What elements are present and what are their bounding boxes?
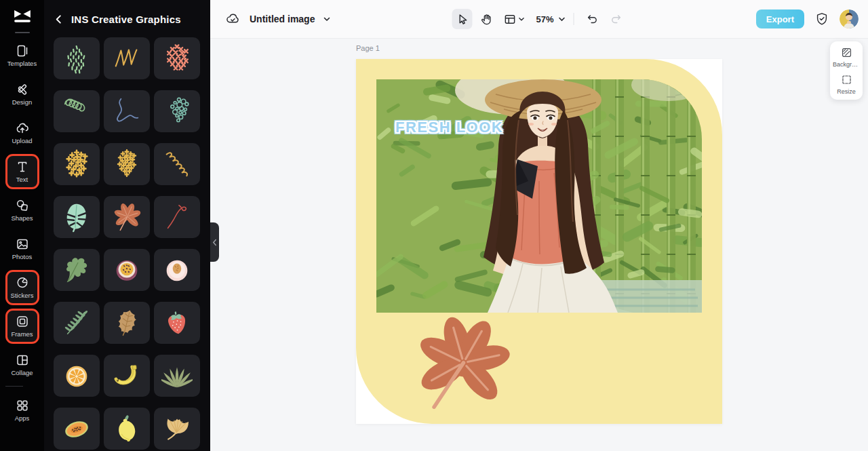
sticker-gold-sparkles[interactable] [54, 143, 100, 185]
sticker-peach-half[interactable] [154, 249, 200, 291]
templates-icon [16, 44, 29, 58]
sidebar-item-label: Text [16, 176, 28, 183]
frames-icon [16, 315, 29, 328]
sticker-yellow-zigzag[interactable] [104, 37, 150, 79]
sticker-teal-circles[interactable] [154, 90, 200, 132]
topbar-left: Untitled image [225, 0, 330, 38]
pointer-icon [456, 13, 469, 26]
sticker-gold-sparkles-dense[interactable] [104, 143, 150, 185]
sidebar-item-apps[interactable]: Apps [5, 393, 39, 428]
hand-tool-button[interactable] [475, 9, 496, 29]
mint-monstera-icon [61, 201, 92, 233]
sidebar-item-photos[interactable]: Photos [5, 231, 39, 267]
export-button[interactable]: Export [756, 9, 804, 28]
sticker-sage-fan[interactable] [154, 355, 200, 397]
sticker-gold-wave[interactable] [154, 143, 200, 185]
toolbar-divider [574, 13, 574, 25]
sidebar-item-text[interactable]: Text [5, 154, 39, 189]
sidebar-item-frames[interactable]: Frames [5, 309, 39, 344]
sticker-lemon[interactable] [104, 408, 150, 450]
green-dashes-icon [61, 43, 92, 74]
sticker-green-dashes[interactable] [54, 37, 100, 79]
sidebar-item-stickers[interactable]: Stickers [5, 270, 39, 305]
background-button[interactable]: Background [830, 47, 863, 68]
passion-fruit-icon [111, 254, 142, 286]
sticker-red-curl[interactable] [154, 196, 200, 238]
apps-icon [16, 399, 29, 412]
shapes-icon [16, 199, 29, 212]
user-avatar[interactable] [840, 9, 859, 28]
panel-collapse-handle[interactable] [210, 222, 219, 262]
gold-sparkles-dense-icon [111, 149, 142, 180]
canvas-quick-actions: Background Resize [830, 41, 863, 100]
avatar-image [840, 9, 859, 28]
sticker-brown-oak-leaf[interactable] [104, 302, 150, 344]
sticker-green-wavy-leaf[interactable] [54, 249, 100, 291]
editor-main: Untitled image 57% [210, 0, 868, 451]
sticker-mint-monstera[interactable] [54, 196, 100, 238]
topbar-tools: 57% [452, 0, 626, 38]
background-icon [841, 47, 852, 58]
sticker-coral-crosses[interactable] [154, 37, 200, 79]
shield-check-icon[interactable] [814, 12, 829, 26]
background-label: Background [833, 61, 860, 68]
zoom-level[interactable]: 57% [536, 14, 553, 24]
sidebar-logo-divider [15, 32, 30, 33]
sidebar-item-label: Apps [15, 414, 30, 422]
sticker-orange-slice[interactable] [54, 355, 100, 397]
sidebar-item-label: Frames [11, 330, 33, 338]
panel-title: INS Creative Graphics [71, 14, 181, 25]
collage-icon [16, 353, 29, 367]
sticker-passion-fruit[interactable] [104, 249, 150, 291]
undo-button[interactable] [583, 9, 603, 29]
resize-label: Resize [837, 88, 856, 95]
sidebar-item-label: Shapes [11, 214, 33, 222]
sticker-papaya[interactable] [54, 408, 100, 450]
stickers-panel: INS Creative Graphics [44, 0, 210, 451]
sidebar-item-templates[interactable]: Templates [5, 38, 39, 73]
sidebar-item-label: Stickers [11, 292, 34, 299]
design-canvas[interactable]: FRESH LOOK [356, 59, 722, 424]
ginkgo-leaf-icon [161, 413, 193, 444]
topbar-right: Export [756, 0, 859, 38]
upload-icon [16, 121, 29, 135]
sticker-blue-squiggle[interactable] [104, 90, 150, 132]
sidebar-item-collage[interactable]: Collage [5, 347, 39, 383]
yellow-background-shape[interactable]: FRESH LOOK [356, 59, 722, 424]
back-icon[interactable] [54, 14, 64, 24]
design-icon [16, 83, 29, 96]
sage-fan-icon [161, 360, 193, 391]
sidebar-item-design[interactable]: Design [5, 77, 39, 112]
capcut-logo[interactable] [12, 7, 33, 27]
stickers-icon [16, 276, 29, 290]
girl-illustration [376, 79, 702, 313]
photo-overlay-text[interactable]: FRESH LOOK [395, 119, 503, 136]
resize-icon [841, 74, 852, 85]
resize-button[interactable]: Resize [830, 74, 863, 95]
photos-icon [16, 237, 29, 251]
sticker-banana[interactable] [104, 355, 150, 397]
sticker-green-spiral[interactable] [54, 90, 100, 132]
pointer-tool-button[interactable] [452, 9, 472, 29]
chevron-down-icon[interactable] [323, 17, 330, 22]
sidebar-item-upload[interactable]: Upload [5, 115, 39, 151]
orange-slice-icon [61, 360, 92, 391]
panel-header: INS Creative Graphics [44, 0, 210, 33]
sidebar-item-label: Photos [12, 253, 33, 260]
insert-frame-button[interactable] [499, 9, 528, 29]
maple-leaf-sticker[interactable] [408, 311, 515, 418]
capcut-image-editor: TemplatesDesignUploadTextShapesPhotosSti… [0, 0, 868, 451]
sticker-grid [44, 33, 210, 450]
photo-frame[interactable]: FRESH LOOK [376, 79, 702, 313]
chevron-down-icon[interactable] [559, 17, 566, 22]
redo-button[interactable] [606, 9, 627, 29]
sticker-strawberry[interactable] [154, 302, 200, 344]
document-title[interactable]: Untitled image [250, 14, 315, 24]
sticker-green-fern[interactable] [54, 302, 100, 344]
frame-icon [503, 13, 516, 26]
sidebar-item-shapes[interactable]: Shapes [5, 193, 39, 228]
sticker-orange-maple-leaf[interactable] [104, 196, 150, 238]
sidebar-item-label: Upload [12, 137, 32, 144]
chevron-down-icon [518, 17, 524, 22]
sticker-ginkgo-leaf[interactable] [154, 408, 200, 450]
